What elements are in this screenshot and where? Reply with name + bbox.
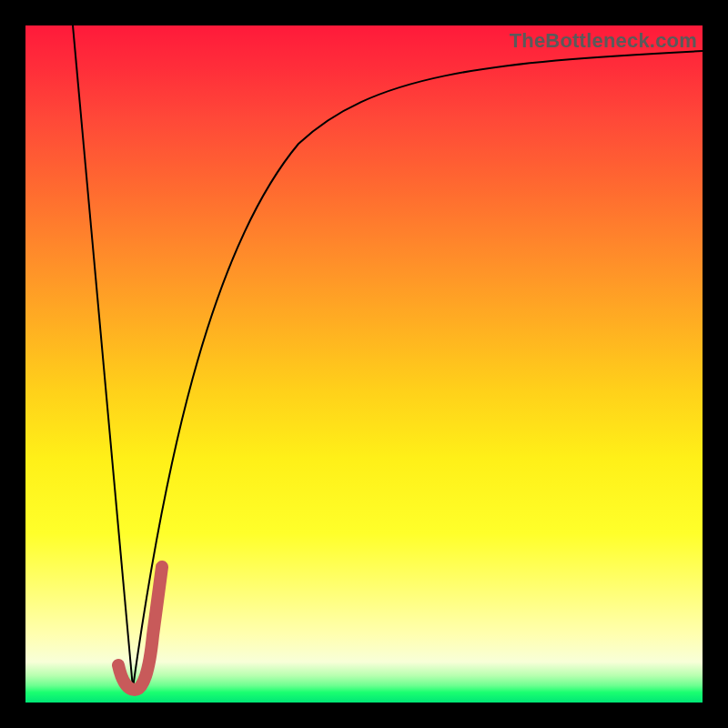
chart-frame: TheBottleneck.com: [0, 0, 728, 728]
accent-j-hook: [118, 567, 162, 690]
descending-line: [73, 25, 133, 688]
rising-curve: [133, 51, 703, 688]
gradient-plot-area: TheBottleneck.com: [25, 25, 703, 703]
curve-layer: [25, 25, 703, 703]
